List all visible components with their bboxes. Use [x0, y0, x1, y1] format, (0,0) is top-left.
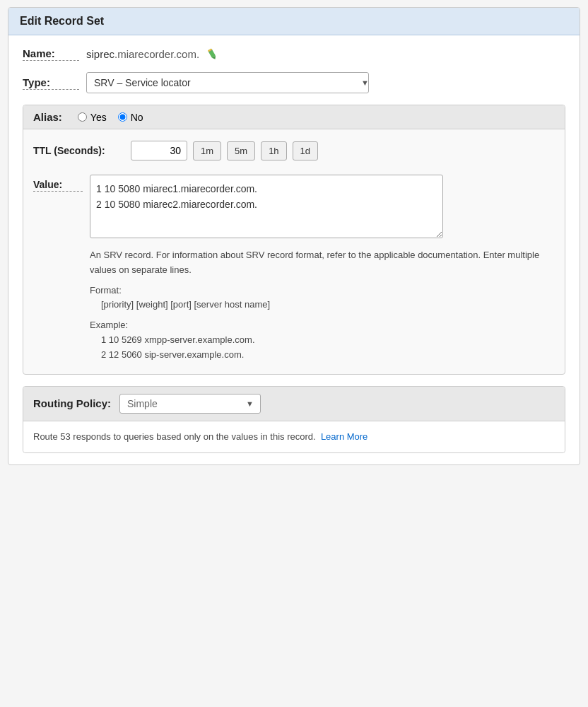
name-row: Name: siprec.miarecorder.com.: [23, 47, 565, 61]
panel-body: Name: siprec.miarecorder.com. Type: SRV …: [8, 35, 580, 464]
alias-body: TTL (Seconds): 1m 5m 1h 1d Value: 1 10 5…: [23, 129, 565, 374]
value-textarea[interactable]: 1 10 5080 miarec1.miarecorder.com. 2 10 …: [90, 175, 443, 238]
routing-section: Routing Policy: Simple Weighted Latency …: [23, 386, 565, 454]
ttl-label: TTL (Seconds):: [33, 145, 125, 156]
help-format-label: Format:: [90, 284, 555, 298]
routing-select[interactable]: Simple Weighted Latency Failover Geoloca…: [119, 394, 261, 414]
help-description: An SRV record. For information about SRV…: [90, 248, 555, 278]
type-row: Type: SRV – Service locator A – IPv4 add…: [23, 72, 565, 93]
alias-section: Alias: Yes No TTL (Seconds):: [23, 105, 565, 375]
ttl-1m-button[interactable]: 1m: [193, 141, 221, 160]
alias-no-radio[interactable]: [118, 112, 127, 122]
alias-yes-option[interactable]: Yes: [78, 112, 107, 123]
help-example-2: 2 12 5060 sip-server.example.com.: [101, 348, 555, 363]
routing-label: Routing Policy:: [33, 397, 111, 409]
help-example-1: 1 10 5269 xmpp-server.example.com.: [101, 333, 555, 348]
name-label: Name:: [23, 47, 79, 61]
alias-no-option[interactable]: No: [118, 112, 143, 123]
alias-radio-group: Yes No: [78, 112, 143, 123]
learn-more-link[interactable]: Learn More: [321, 431, 368, 442]
type-select-wrapper: SRV – Service locator A – IPv4 address A…: [86, 72, 376, 93]
ttl-input[interactable]: [131, 141, 187, 160]
panel-header: Edit Record Set: [8, 8, 580, 35]
routing-header: Routing Policy: Simple Weighted Latency …: [23, 387, 565, 421]
panel-title: Edit Record Set: [20, 15, 104, 27]
name-prefix: siprec: [86, 48, 114, 60]
ttl-1d-button[interactable]: 1d: [293, 141, 318, 160]
ttl-row: TTL (Seconds): 1m 5m 1h 1d: [33, 141, 555, 160]
type-select[interactable]: SRV – Service locator A – IPv4 address A…: [86, 72, 369, 93]
alias-label: Alias:: [33, 111, 62, 123]
ttl-5m-button[interactable]: 5m: [227, 141, 255, 160]
alias-header: Alias: Yes No: [23, 105, 565, 129]
value-row: Value: 1 10 5080 miarec1.miarecorder.com…: [33, 175, 555, 238]
type-label: Type:: [23, 76, 79, 90]
routing-description: Route 53 responds to queries based only …: [33, 430, 555, 445]
help-format-value: [priority] [weight] [port] [server host …: [101, 298, 555, 312]
help-example-label: Example:: [90, 318, 555, 333]
routing-body: Route 53 responds to queries based only …: [23, 421, 565, 453]
routing-select-wrapper: Simple Weighted Latency Failover Geoloca…: [119, 394, 261, 414]
routing-desc-text: Route 53 responds to queries based only …: [33, 431, 316, 442]
learn-more-text: Learn More: [321, 431, 368, 442]
alias-yes-radio[interactable]: [78, 112, 87, 122]
help-text: An SRV record. For information about SRV…: [90, 248, 555, 363]
alias-yes-label: Yes: [90, 112, 107, 123]
edit-name-icon[interactable]: [205, 47, 219, 61]
edit-record-set-panel: Edit Record Set Name: siprec.miarecorder…: [8, 7, 580, 465]
alias-no-label: No: [131, 112, 143, 123]
name-value: siprec.miarecorder.com.: [86, 48, 199, 60]
ttl-1h-button[interactable]: 1h: [261, 141, 286, 160]
name-domain: .miarecorder.com.: [114, 48, 199, 60]
value-label: Value:: [33, 175, 83, 192]
